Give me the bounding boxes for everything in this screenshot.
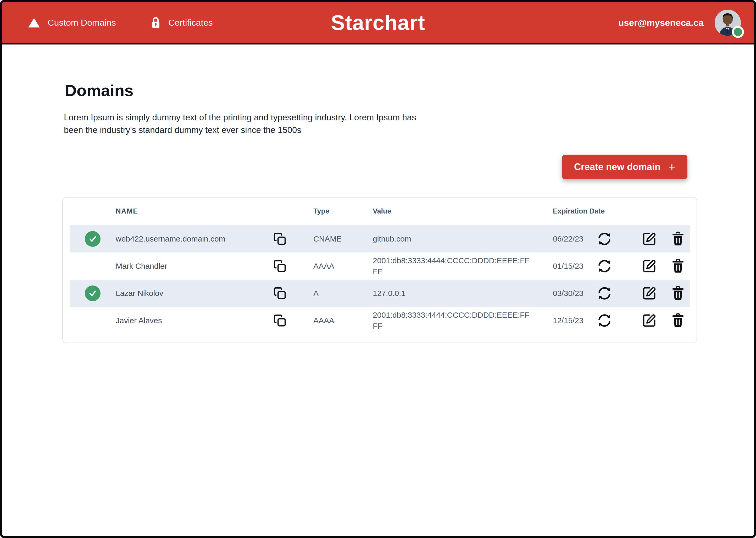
actions-row: Create new domain + — [2, 155, 687, 179]
trash-icon[interactable] — [671, 231, 685, 246]
edit-icon[interactable] — [642, 259, 657, 273]
refresh-icon[interactable] — [596, 231, 612, 247]
record-type: AAAA — [313, 316, 373, 325]
domain-name: Lazar Nikolov — [116, 289, 273, 298]
trash-icon[interactable] — [671, 286, 685, 301]
expiration-column-header: Expiration Date — [553, 207, 596, 215]
user-avatar[interactable] — [715, 10, 741, 36]
value-column-header: Value — [373, 207, 553, 215]
plus-icon: + — [668, 161, 675, 173]
table-row: Mark Chandler AAAA 2001:db8:3333:4444:CC… — [70, 252, 690, 280]
record-value: 2001:db8:3333:4444:CCCC:DDDD:EEEE:FFFF — [373, 309, 530, 332]
lock-icon — [150, 16, 161, 29]
domain-name: Mark Chandler — [116, 262, 273, 271]
record-value: 2001:db8:3333:4444:CCCC:DDDD:EEEE:FFFF — [373, 255, 530, 277]
edit-icon[interactable] — [642, 286, 657, 301]
type-column-header: Type — [313, 207, 373, 215]
create-new-domain-button[interactable]: Create new domain + — [562, 155, 687, 179]
record-type: CNAME — [313, 235, 373, 243]
nav-item-certificates[interactable]: Certificates — [150, 16, 213, 29]
triangle-icon — [28, 18, 40, 28]
domain-name: web422.username.domain.com — [116, 235, 273, 243]
main-content: Domains Lorem Ipsum is simply dummy text… — [2, 81, 754, 343]
table-row: Lazar Nikolov A 127.0.0.1 03/30/23 — [70, 280, 690, 307]
nav-item-custom-domains[interactable]: Custom Domains — [28, 18, 116, 28]
copy-icon[interactable] — [273, 286, 287, 300]
table-row: web422.username.domain.com CNAME github.… — [70, 225, 690, 252]
app-window: Custom Domains Certificates Starchart us… — [0, 0, 756, 538]
user-email: user@myseneca.ca — [618, 18, 704, 28]
record-value: 127.0.0.1 — [373, 288, 405, 299]
domain-name: Javier Alaves — [116, 316, 273, 325]
record-type: A — [313, 289, 373, 298]
verified-check-icon — [85, 286, 100, 301]
copy-icon[interactable] — [273, 232, 287, 246]
copy-icon[interactable] — [273, 313, 287, 328]
expiration-date: 01/15/23 — [553, 262, 596, 271]
app-header: Custom Domains Certificates Starchart us… — [2, 2, 754, 44]
main-nav: Custom Domains Certificates — [28, 16, 213, 29]
nav-label: Certificates — [168, 18, 213, 28]
verified-check-icon — [85, 231, 100, 247]
page-description: Lorem Ipsum is simply dummy text of the … — [64, 111, 420, 136]
record-type: AAAA — [313, 262, 373, 271]
record-value: github.com — [373, 234, 411, 244]
trash-icon[interactable] — [671, 258, 685, 274]
online-status-dot — [732, 26, 744, 38]
refresh-icon[interactable] — [596, 312, 612, 329]
create-button-label: Create new domain — [574, 161, 661, 173]
copy-icon[interactable] — [273, 259, 287, 273]
page-title: Domains — [65, 81, 754, 100]
domains-table: NAME Type Value Expiration Date web422.u… — [62, 197, 697, 343]
trash-icon[interactable] — [671, 313, 685, 328]
refresh-icon[interactable] — [596, 285, 612, 301]
edit-icon[interactable] — [642, 313, 657, 328]
expiration-date: 03/30/23 — [553, 289, 596, 298]
table-row: Javier Alaves AAAA 2001:db8:3333:4444:CC… — [70, 307, 690, 334]
user-block: user@myseneca.ca — [618, 10, 741, 36]
edit-icon[interactable] — [642, 232, 657, 246]
name-column-header: NAME — [116, 207, 273, 215]
nav-label: Custom Domains — [48, 18, 116, 28]
app-title: Starchart — [331, 11, 425, 35]
expiration-date: 06/22/23 — [553, 235, 596, 243]
refresh-icon[interactable] — [596, 258, 612, 274]
expiration-date: 12/15/23 — [553, 316, 596, 325]
table-header-row: NAME Type Value Expiration Date — [70, 197, 690, 225]
